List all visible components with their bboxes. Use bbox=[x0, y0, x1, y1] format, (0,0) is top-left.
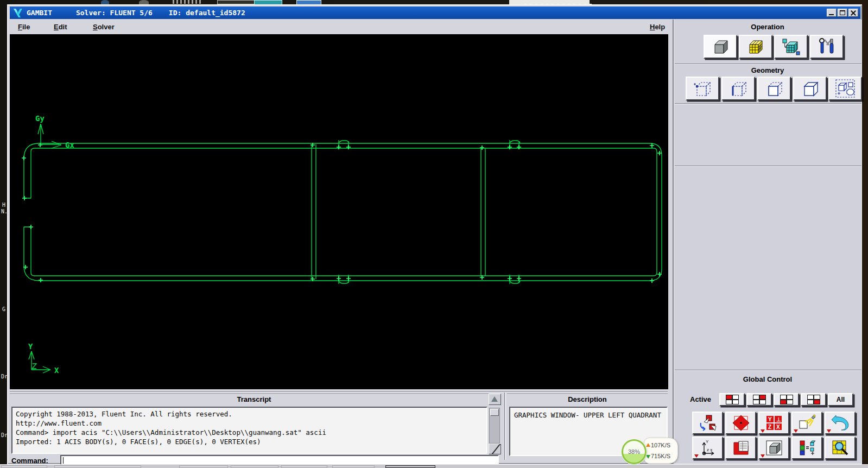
group-shapes-icon bbox=[835, 79, 856, 98]
origin-axes: Gy Gx bbox=[35, 114, 74, 149]
operation-title: Operation bbox=[674, 23, 861, 31]
menu-edit[interactable]: Edit bbox=[52, 22, 69, 31]
menu-help[interactable]: Help bbox=[648, 22, 667, 31]
text-caret bbox=[63, 457, 64, 464]
transcript-title: Transcript bbox=[10, 395, 498, 403]
quadrant-all-button[interactable]: All bbox=[828, 393, 853, 406]
dropdown-indicator-icon bbox=[794, 429, 798, 433]
menu-solver[interactable]: Solver bbox=[91, 22, 116, 31]
download-arrow-icon bbox=[646, 455, 650, 459]
active-label: Active bbox=[690, 395, 711, 403]
tools-icon bbox=[817, 37, 837, 56]
dropdown-indicator-icon bbox=[827, 429, 831, 433]
transcript-scrollbar[interactable] bbox=[489, 408, 500, 444]
render-mode-button[interactable] bbox=[758, 437, 789, 459]
transcript-output[interactable]: Copyright 1988-2013, Fluent Inc. All rig… bbox=[11, 407, 487, 454]
all-label: All bbox=[837, 396, 845, 403]
render-cube-icon bbox=[765, 439, 783, 457]
axis-label-gx: Gx bbox=[65, 141, 74, 149]
gauge-percent: 38% bbox=[628, 448, 640, 455]
close-button[interactable] bbox=[848, 9, 858, 17]
transcript-resize-button[interactable] bbox=[489, 444, 501, 454]
dropdown-indicator-icon bbox=[694, 454, 699, 458]
spec-sheet-button[interactable] bbox=[725, 437, 756, 459]
render-light-button[interactable] bbox=[791, 412, 822, 434]
volume-cube-icon bbox=[800, 79, 820, 98]
taskbar-button-fragment bbox=[179, 465, 228, 468]
geometry-cube-icon bbox=[711, 38, 730, 55]
undo-arrow-icon bbox=[831, 415, 850, 431]
net-speed-gauge[interactable]: 38% bbox=[622, 439, 647, 464]
graphics-window[interactable]: Gy Gx Y X bbox=[10, 34, 668, 389]
taskbar-button-fragment bbox=[54, 465, 141, 468]
quadrant-bottom-left-button[interactable] bbox=[774, 393, 799, 406]
menu-bar: File Edit Solver Help bbox=[10, 20, 671, 34]
operation-zones-button[interactable] bbox=[774, 35, 808, 59]
geometry-vertex-button[interactable] bbox=[686, 77, 719, 100]
desktop-fragment-icon bbox=[217, 0, 255, 4]
mesh-cube-icon bbox=[746, 38, 765, 55]
spec-sheet-icon bbox=[732, 439, 750, 457]
vertex-markers bbox=[22, 143, 662, 283]
taskbar-button-fragment bbox=[281, 465, 327, 468]
fit-to-window-button[interactable] bbox=[692, 412, 723, 434]
pipe-inner-wall bbox=[31, 148, 657, 276]
maximize-icon bbox=[840, 10, 845, 15]
examine-mesh-button[interactable] bbox=[825, 437, 856, 459]
minimize-icon bbox=[829, 14, 834, 15]
window-id-label: ID: default_id5872 bbox=[169, 9, 245, 17]
description-header-groove bbox=[507, 394, 668, 395]
minimize-button[interactable] bbox=[827, 9, 837, 17]
svg-text:Y: Y bbox=[706, 439, 709, 444]
global-control-title: Global Control bbox=[674, 375, 861, 383]
operation-geometry-button[interactable] bbox=[704, 35, 737, 59]
quadrant-top-right-button[interactable] bbox=[746, 393, 772, 406]
geometry-face-button[interactable] bbox=[757, 77, 791, 100]
operation-mesh-button[interactable] bbox=[739, 35, 772, 59]
vertex-cube-icon bbox=[693, 79, 712, 98]
desktop-fragment-icon bbox=[173, 0, 201, 4]
axis-label-gy: Gy bbox=[35, 114, 45, 123]
orientation-triad: Y X bbox=[28, 342, 59, 375]
window-app-name: GAMBIT bbox=[27, 9, 52, 17]
geometry-edge-button[interactable] bbox=[721, 77, 755, 100]
taskbar-button-fragment bbox=[385, 465, 435, 468]
gambit-logo-icon bbox=[12, 8, 23, 18]
gambit-window: GAMBIT Solver: FLUENT 5/6 ID: default_id… bbox=[7, 4, 862, 464]
transcript-header-groove bbox=[10, 394, 501, 395]
taskbar-strip bbox=[0, 464, 868, 468]
operation-tools-button[interactable] bbox=[810, 35, 844, 59]
quadrant-top-left-button[interactable] bbox=[719, 393, 745, 406]
quadrant-top-left-icon bbox=[726, 395, 739, 404]
orient-axes-button[interactable]: Y ⊥ Z X bbox=[758, 412, 789, 434]
coordinate-triad-icon: Y z x bbox=[699, 439, 717, 457]
pivot-diamond-icon bbox=[732, 414, 750, 432]
menu-file[interactable]: File bbox=[16, 22, 31, 31]
description-title: Description bbox=[507, 395, 668, 403]
color-code-button[interactable] bbox=[791, 437, 822, 459]
geometry-group-button[interactable] bbox=[828, 77, 862, 100]
coordinate-triad-button[interactable]: Y z x bbox=[692, 437, 723, 459]
geometry-volume-button[interactable] bbox=[793, 77, 827, 100]
transcript-expand-button[interactable] bbox=[489, 394, 501, 405]
fit-to-window-icon bbox=[699, 414, 717, 432]
triad-label-x: X bbox=[54, 366, 59, 375]
quadrant-bottom-right-button[interactable] bbox=[801, 393, 826, 406]
undo-button[interactable] bbox=[825, 412, 856, 434]
maximize-button[interactable] bbox=[838, 9, 847, 17]
desktop-fragment-icon bbox=[101, 0, 109, 4]
section-divider bbox=[675, 370, 861, 371]
scrollbar-thumb[interactable] bbox=[490, 409, 499, 416]
transcript-line: Copyright 1988-2013, Fluent Inc. All rig… bbox=[16, 409, 483, 419]
light-render-icon bbox=[797, 414, 817, 432]
pivot-button[interactable] bbox=[725, 412, 756, 434]
title-bar[interactable]: GAMBIT Solver: FLUENT 5/6 ID: default_id… bbox=[10, 7, 860, 19]
color-code-icon bbox=[798, 439, 816, 457]
transcript-line: Command> import acis "C:\\Users\\Adminis… bbox=[16, 428, 483, 437]
transcript-line: http://www.fluent.com bbox=[16, 419, 483, 428]
pipe-outer-wall bbox=[24, 143, 662, 281]
desktop: H N. G Dr Dr GAMBIT Solver: FLUENT 5/6 I… bbox=[0, 0, 868, 468]
transcript-line: Imported: 1 ACIS BODY(s), 0 FACE(s), 0 E… bbox=[16, 437, 483, 446]
orient-axes-quadrant-icon: Y ⊥ Z X bbox=[765, 415, 783, 431]
net-speed-bubble[interactable]: 107K/S 715K/S bbox=[644, 438, 678, 464]
